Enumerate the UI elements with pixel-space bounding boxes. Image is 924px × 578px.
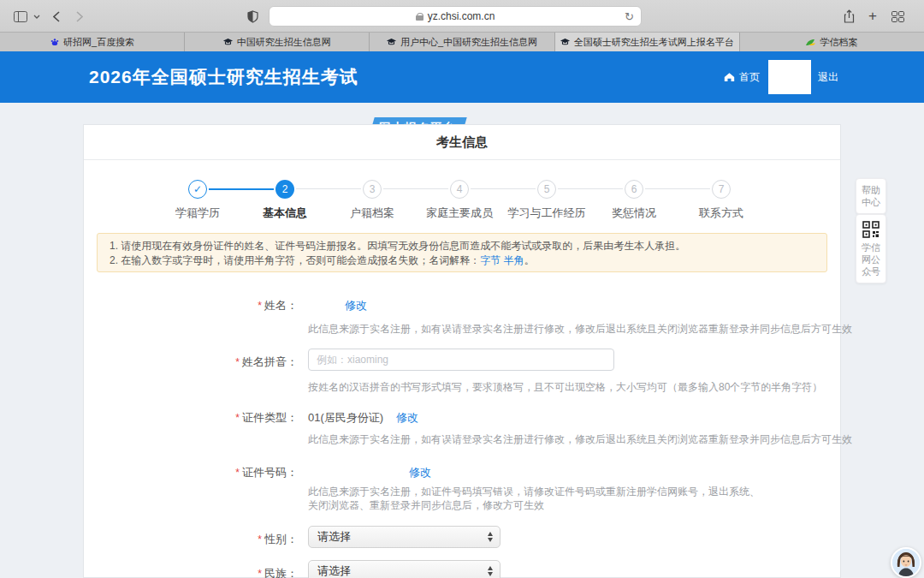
tab-grid-icon [891,11,904,22]
share-icon [844,9,855,23]
tab-registration-platform[interactable]: 全国硕士研究生招生考试网上报名平台 [555,33,740,51]
qr-public-account-button[interactable]: 学信网公众号 [856,214,886,283]
sidebar-toggle-button[interactable] [12,0,29,33]
reload-icon[interactable]: ↻ [625,10,634,23]
gender-label: *性别： [86,532,298,547]
header-right: 首页 退出 [724,51,924,103]
step-basic-info[interactable]: 2 基本信息 [241,180,329,221]
step-connector [296,188,361,189]
id-type-label: *证件类型： [86,410,298,426]
gender-select-value: 请选择 [317,529,351,545]
select-stepper-icon [488,532,493,542]
id-number-modify-link[interactable]: 修改 [409,465,431,480]
tab-overview-button[interactable] [888,0,907,33]
pinyin-input[interactable] [308,349,614,371]
id-number-helper-text: 此信息来源于实名注册，如证件号码填写错误，请修改证件号码或重新注册学信网账号，退… [308,485,767,512]
tab-yanzhao-baidu[interactable]: 研招网_百度搜索 [0,33,185,51]
chevron-right-icon [76,11,83,22]
step-rewards[interactable]: 6 奖惩情况 [590,180,678,221]
name-helper-text: 此信息来源于实名注册，如有误请登录实名注册进行修改，修改后退出系统且关闭浏览器重… [308,322,852,336]
name-label: *姓名： [86,298,298,313]
grad-cap-icon [387,38,396,46]
assistant-avatar[interactable] [891,547,921,578]
plus-icon: + [868,8,877,25]
shield-icon [247,10,258,23]
grad-cap-icon [560,38,570,46]
qr-code-icon [862,221,880,238]
step-study-work[interactable]: 5 学习与工作经历 [503,180,590,221]
sidebar-icon [14,11,27,22]
tab-label: 中国研究生招生信息网 [237,36,331,49]
archive-leaf-icon [806,38,815,46]
grad-cap-icon [223,38,233,46]
url-text: yz.chsi.com.cn [428,10,495,22]
home-label: 首页 [739,70,760,85]
tab-xuexin-archive[interactable]: 学信档案 [740,33,924,51]
baidu-paw-icon [50,38,59,46]
qr-label: 学信网公众号 [862,242,880,277]
id-type-value: 01(居民身份证) [308,410,383,426]
step-contact[interactable]: 7 联系方式 [678,180,765,221]
name-modify-link[interactable]: 修改 [345,298,367,313]
tab-label: 全国硕士研究生招生考试网上报名平台 [574,36,734,49]
notice-box: 1. 请使用现在有效身份证件的姓名、证件号码注册报名。因填写无效身份信息而造成不… [97,233,827,272]
forward-button[interactable] [73,0,86,33]
new-tab-button[interactable]: + [864,0,881,33]
step-family-members[interactable]: 4 家庭主要成员 [416,180,503,221]
id-type-modify-link[interactable]: 修改 [396,410,418,426]
tab-bar: 研招网_百度搜索 中国研究生招生信息网 用户中心_中国研究生招生信息网 全国硕士… [0,33,924,51]
step-connector [471,188,536,189]
step-number-circle: 7 [712,180,731,199]
step-connector [645,188,710,189]
lock-icon [416,13,424,20]
step-indicator: ✓ 学籍学历 2 基本信息 3 户籍档案 4 家庭主要成员 5 学习与工作经历 … [154,180,765,224]
toolbar-chevron-down-button[interactable] [32,0,42,33]
step-connector [558,188,623,189]
tab-chsi-main[interactable]: 中国研究生招生信息网 [185,33,370,51]
tab-user-center[interactable]: 用户中心_中国研究生招生信息网 [370,33,554,51]
chevron-left-icon [53,11,60,22]
browser-toolbar: yz.chsi.com.cn ↻ + [0,0,924,33]
tab-label: 学信档案 [820,36,857,49]
step-huji-danan[interactable]: 3 户籍档案 [329,180,416,221]
home-icon [724,72,735,82]
ethnicity-select[interactable]: 请选择 [308,560,500,578]
tab-label: 研招网_百度搜索 [63,36,134,49]
privacy-report-button[interactable] [245,0,260,33]
pinyin-helper-text: 按姓名的汉语拼音的书写形式填写，要求顶格写，且不可出现空格，大小写均可（最多输入… [308,380,822,394]
ethnicity-label: *民族： [86,566,298,578]
select-stepper-icon [488,566,493,576]
page-title: 考生信息 [84,125,840,160]
help-center-button[interactable]: 帮助中心 [856,178,886,214]
site-title: 2026年全国硕士研究生招生考试 [89,51,358,103]
step-number-circle: 4 [450,180,469,199]
step-connector [209,188,274,190]
logout-link[interactable]: 退出 [818,70,838,85]
notice-line-1: 1. 请使用现在有效身份证件的姓名、证件号码注册报名。因填写无效身份信息而造成不… [110,239,814,253]
step-xueji-xueli[interactable]: ✓ 学籍学历 [154,180,241,221]
tab-label: 用户中心_中国研究生招生信息网 [400,36,537,49]
step-number-circle: 5 [537,180,556,199]
halfwidth-term-link[interactable]: 半角 [504,254,524,266]
step-connector [383,188,448,189]
ethnicity-select-value: 请选择 [317,563,351,578]
notice-line-2: 2. 在输入数字或字母时，请使用半角字符，否则可能会造成报名失败；名词解释：字节… [110,253,814,268]
url-bar[interactable]: yz.chsi.com.cn ↻ [269,6,642,27]
chevron-down-icon [33,15,40,19]
back-button[interactable] [50,0,63,33]
home-link[interactable]: 首页 [724,70,760,85]
byte-term-link[interactable]: 字节 [480,254,500,266]
pinyin-label: *姓名拼音： [86,355,298,370]
step-number-circle: 6 [625,180,643,199]
id-number-label: *证件号码： [86,465,298,480]
id-type-helper-text: 此信息来源于实名注册，如有误请登录实名注册进行修改，修改后退出系统且关闭浏览器重… [308,432,852,446]
step-number-circle: 3 [363,180,382,199]
share-button[interactable] [840,0,857,33]
step-check-circle: ✓ [188,180,207,199]
gender-select[interactable]: 请选择 [308,526,500,548]
avatar-girl-icon [892,549,920,576]
user-name-redacted [768,60,811,94]
step-number-circle: 2 [275,180,294,199]
site-header: 2026年全国硕士研究生招生考试 网上报名平台 首页 退出 [0,51,924,103]
